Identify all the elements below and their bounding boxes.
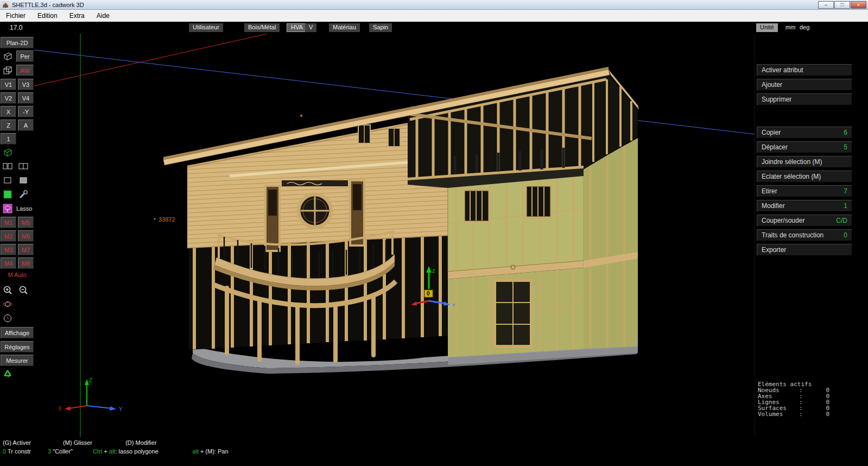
memory-m1-button[interactable]: M1	[1, 217, 16, 228]
annotation-dot	[154, 218, 155, 219]
cube-solid-icon[interactable]	[16, 174, 30, 186]
view-1-button[interactable]: 1	[1, 133, 16, 144]
view-v3-button[interactable]: V3	[18, 79, 34, 90]
reglages-button[interactable]: Réglages	[1, 341, 34, 352]
zoom-out-icon[interactable]	[16, 284, 30, 296]
dual-view-icon[interactable]	[16, 160, 30, 172]
toolbar-v[interactable]: V	[305, 23, 316, 32]
lasso-icon[interactable]	[1, 203, 15, 215]
status-lasso-hint: Ctrl + alt: lasso polygone	[93, 448, 191, 455]
viewport[interactable]: Z 0 Y 33872 Z Y	[34, 34, 755, 437]
status-paste: 3 "Coller"	[48, 448, 91, 455]
zoom-in-icon[interactable]	[1, 284, 15, 296]
memory-m4-button[interactable]: M4	[1, 257, 16, 269]
supprimer-button[interactable]: Supprimer	[757, 93, 852, 105]
viewport-canvas[interactable]: Z 0 Y 33872 Z Y	[34, 34, 755, 437]
unit-mm-label: mm	[785, 24, 795, 30]
svg-text:0: 0	[427, 291, 430, 297]
aw-view-button[interactable]: AW	[16, 65, 34, 76]
deplacer-button[interactable]: Déplacer 5	[757, 141, 852, 153]
house-model[interactable]	[163, 67, 639, 374]
view-z-button[interactable]: Z	[1, 119, 16, 131]
cube-outline-icon[interactable]	[1, 174, 15, 186]
element-count-row: Volumes: 0	[758, 411, 829, 417]
status-modes-line: 0 Tr constr 3 "Coller" Ctrl + alt: lasso…	[0, 446, 868, 456]
toolbar: 17.0 Utilisateur Bois/Métal HVA V Matéri…	[0, 22, 868, 34]
status-hint-activate: (G) Activer	[3, 439, 61, 446]
activer-attribut-button[interactable]: Activer attribut	[757, 64, 852, 76]
unit-deg-label: deg	[800, 24, 809, 30]
app-icon	[2, 1, 9, 9]
memory-m8-button[interactable]: M8	[18, 257, 34, 269]
left-sidebar: Plan-2D Per AW V1 V3 V2	[0, 34, 34, 437]
close-button[interactable]: ×	[851, 1, 866, 9]
svg-text:Z: Z	[432, 268, 435, 274]
ajouter-button[interactable]: Ajouter	[757, 79, 852, 91]
memory-m7-button[interactable]: M7	[18, 244, 34, 255]
statusbar: (G) Activer (M) Glisser (D) Modifier 0 T…	[0, 437, 868, 466]
menu-fichier[interactable]: Fichier	[0, 10, 31, 21]
view-v4-button[interactable]: V4	[18, 92, 34, 104]
view-x-button[interactable]: X	[1, 106, 16, 117]
view-minus-y-button[interactable]: -Y	[18, 106, 34, 117]
active-color-icon[interactable]	[1, 188, 15, 200]
lasso-label: Lasso	[16, 203, 32, 215]
minimize-button[interactable]: –	[818, 1, 834, 9]
axis-triad: Z Y X	[58, 377, 123, 412]
menu-aide[interactable]: Aide	[91, 10, 116, 21]
svg-text:X: X	[58, 406, 62, 412]
status-tr-constr: 0 Tr constr	[3, 448, 46, 455]
couper-souder-button[interactable]: Couper/souder C/D	[757, 215, 852, 226]
joindre-selection-button[interactable]: Joindre sélection (M)	[757, 156, 852, 168]
view-v1-button[interactable]: V1	[1, 79, 16, 90]
copier-button[interactable]: Copier 6	[757, 127, 852, 138]
recycle-icon[interactable]	[1, 369, 15, 381]
exporter-button[interactable]: Exporter	[757, 244, 852, 256]
titlebar: SHETTLE.3d - cadwork 3D – □ ×	[0, 0, 868, 10]
toolbar-hva[interactable]: HVA	[287, 23, 307, 32]
maximize-button[interactable]: □	[834, 1, 850, 9]
toolbar-sapin[interactable]: Sapin	[369, 23, 392, 32]
wrench-icon[interactable]	[16, 188, 30, 200]
memory-auto-button[interactable]: M Auto	[1, 272, 34, 278]
svg-text:Y: Y	[119, 406, 123, 412]
svg-text:Y: Y	[452, 303, 455, 308]
menubar: Fichier Edition Extra Aide	[0, 10, 868, 22]
memory-m5-button[interactable]: M5	[18, 217, 34, 228]
memory-m3-button[interactable]: M3	[1, 244, 16, 255]
right-sidebar: Activer attribut Ajouter Supprimer Copie…	[755, 34, 868, 437]
menu-edition[interactable]: Edition	[31, 10, 64, 21]
redraw-icon[interactable]	[1, 312, 15, 324]
toolbar-materiau[interactable]: Matériau	[329, 23, 360, 32]
status-pan-hint: alt + (M): Pan	[192, 448, 228, 455]
memory-m6-button[interactable]: M6	[18, 230, 34, 242]
perspective-cube-icon[interactable]	[1, 51, 15, 62]
view-v2-button[interactable]: V2	[1, 92, 16, 104]
version-label: 17.0	[10, 24, 22, 32]
perspective-button[interactable]: Per	[16, 51, 34, 62]
menu-extra[interactable]: Extra	[64, 10, 91, 21]
eclater-selection-button[interactable]: Eclater sélection (M)	[757, 171, 852, 182]
memory-m2-button[interactable]: M2	[1, 230, 16, 242]
svg-text:Z: Z	[89, 377, 92, 383]
rotate-view-icon[interactable]	[1, 298, 15, 310]
view-a-button[interactable]: A	[18, 119, 34, 131]
unit-button[interactable]: Unité	[756, 23, 778, 32]
toolbar-utilisateur[interactable]: Utilisateur	[189, 23, 223, 32]
split-view-icon[interactable]	[1, 160, 15, 172]
element-number-annotation: 33872	[159, 216, 175, 223]
status-hint-drag: (M) Glisser	[63, 439, 124, 446]
affichage-button[interactable]: Affichage	[1, 327, 34, 338]
axonometric-cube-icon[interactable]	[1, 65, 15, 77]
toolbar-bois-metal[interactable]: Bois/Métal	[244, 23, 280, 32]
plan-2d-button[interactable]: Plan-2D	[1, 37, 34, 48]
mesurer-button[interactable]: Mesurer	[1, 355, 34, 366]
wireframe-mode-icon[interactable]	[1, 147, 15, 159]
modifier-button[interactable]: Modifier 1	[757, 200, 852, 212]
gable-end-wall	[584, 138, 638, 349]
window-title: SHETTLE.3d - cadwork 3D	[12, 2, 818, 8]
traits-construction-button[interactable]: Traits de construction 0	[757, 229, 852, 241]
etirer-button[interactable]: Etirer 7	[757, 185, 852, 197]
active-elements-panel: Eléments actifs Noeuds: 0 Axes: 0 Lignes…	[758, 381, 839, 417]
status-hint-modify: (D) Modifier	[125, 439, 156, 446]
